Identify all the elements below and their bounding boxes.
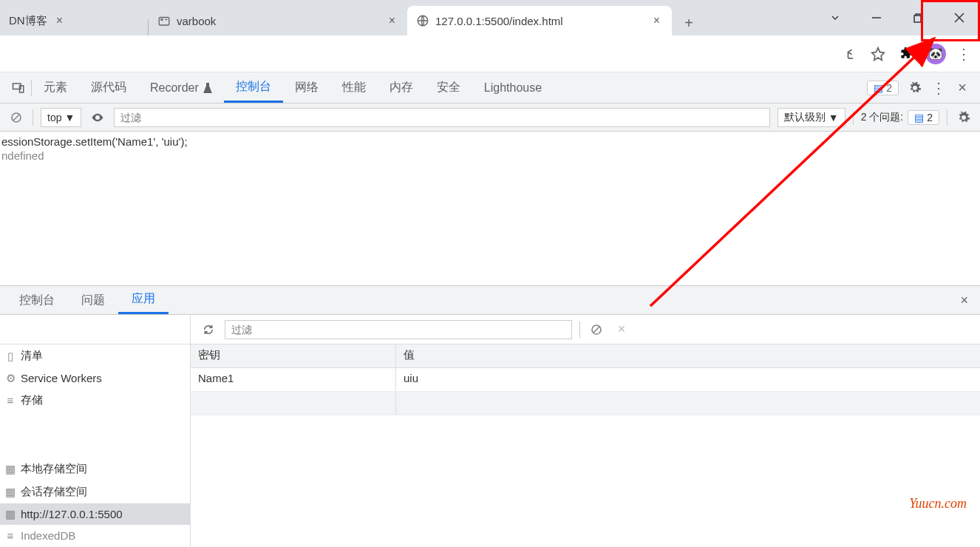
browser-tab[interactable]: DN博客 × <box>0 6 148 35</box>
tab-title: 127.0.0.1:5500/index.html <box>435 15 563 27</box>
sidebar-item-label: IndexedDB <box>21 529 75 542</box>
database-icon: ≡ <box>4 395 16 407</box>
console-line-undefined: ndefined <box>0 149 980 163</box>
console-output[interactable]: essionStorage.setItem('Name1', 'uiu'); n… <box>0 132 980 285</box>
profile-avatar[interactable]: 🐼 <box>925 44 946 64</box>
tab-title: DN博客 <box>9 14 47 28</box>
browser-tab-active[interactable]: 127.0.0.1:5500/index.html × <box>407 6 672 35</box>
divider <box>947 109 947 126</box>
kebab-menu-icon[interactable]: ⋮ <box>956 45 971 63</box>
extensions-icon[interactable] <box>897 45 915 63</box>
svg-point-1 <box>161 18 163 20</box>
eye-icon[interactable] <box>89 109 106 126</box>
issues-badge: ▤2 <box>908 110 939 125</box>
column-header-value[interactable]: 值 <box>396 344 980 367</box>
divider <box>579 322 580 338</box>
tab-close-icon[interactable]: × <box>53 14 66 27</box>
browser-toolbar: 🐼 ⋮ <box>0 35 980 72</box>
minimize-button[interactable] <box>856 3 897 33</box>
filter-input[interactable] <box>114 108 769 127</box>
sidebar-item-label: 本地存储空间 <box>21 462 87 476</box>
issues-indicator[interactable]: 2 个问题: ▤2 <box>853 110 939 125</box>
close-icon[interactable]: × <box>613 321 630 339</box>
devtools-tab-bar: 元素 源代码 Recorder 控制台 网络 性能 内存 安全 Lighthou… <box>0 72 980 103</box>
drawer-tab-application[interactable]: 应用 <box>118 286 169 314</box>
tab-title: varbook <box>177 15 216 27</box>
maximize-button[interactable] <box>897 3 939 33</box>
table-row-empty[interactable] <box>191 392 980 415</box>
sidebar-item-label: 清单 <box>21 349 43 363</box>
sidebar-item-label: http://127.0.0.1:5500 <box>21 508 123 520</box>
drawer-tab-issues[interactable]: 问题 <box>68 286 118 314</box>
kebab-menu-icon[interactable]: ⋮ <box>931 79 946 97</box>
devtools-right-controls: ▤2 ⋮ × <box>867 79 980 97</box>
tab-elements[interactable]: 元素 <box>32 72 79 103</box>
tab-sources[interactable]: 源代码 <box>79 72 138 103</box>
storage-filter-bar: × <box>191 315 980 344</box>
database-icon: ≡ <box>4 530 16 542</box>
close-icon[interactable]: × <box>953 79 971 97</box>
grid-icon: ▦ <box>4 509 16 520</box>
tab-recorder[interactable]: Recorder <box>138 72 224 103</box>
divider <box>33 109 33 126</box>
new-tab-button[interactable]: + <box>676 10 701 35</box>
tab-memory[interactable]: 内存 <box>378 72 425 103</box>
browser-tab[interactable]: varbook × <box>149 6 407 35</box>
sidebar-item-service-workers[interactable]: ⚙Service Workers <box>0 367 190 389</box>
sidebar-item-session-storage[interactable]: ▦会话存储空间 <box>0 480 190 503</box>
drawer-tab-console[interactable]: 控制台 <box>6 286 68 314</box>
no-entry-icon[interactable] <box>588 321 605 339</box>
application-panel: ▯清单 ⚙Service Workers ≡存储 ▦本地存储空间 ▦会话存储空间… <box>0 315 980 547</box>
globe-icon <box>416 14 429 27</box>
sidebar-item-label: 存储 <box>21 393 43 407</box>
application-sidebar: ▯清单 ⚙Service Workers ≡存储 ▦本地存储空间 ▦会话存储空间… <box>0 315 191 547</box>
sidebar-item-local-storage[interactable]: ▦本地存储空间 <box>0 458 190 480</box>
share-icon[interactable] <box>841 45 859 63</box>
log-level-selector[interactable]: 默认级别 ▼ <box>777 108 845 127</box>
tab-performance[interactable]: 性能 <box>330 72 378 103</box>
gear-icon: ⚙ <box>4 373 16 384</box>
sidebar-item-indexeddb[interactable]: ≡IndexedDB <box>0 525 190 546</box>
refresh-icon[interactable] <box>200 321 217 339</box>
context-selector[interactable]: top ▼ <box>41 108 81 127</box>
tab-close-icon[interactable]: × <box>386 14 398 27</box>
gear-icon[interactable] <box>955 109 973 126</box>
no-entry-icon[interactable] <box>7 109 25 126</box>
tab-console[interactable]: 控制台 <box>224 72 283 103</box>
gear-icon[interactable] <box>906 79 924 97</box>
window-controls <box>814 0 980 35</box>
sidebar-spacer <box>0 315 190 344</box>
cell-value <box>396 392 980 415</box>
window-close-button[interactable] <box>939 3 980 33</box>
tab-close-icon[interactable]: × <box>650 14 663 27</box>
sidebar-item-manifest[interactable]: ▯清单 <box>0 344 190 367</box>
grid-icon: ▦ <box>4 463 16 475</box>
messages-badge[interactable]: ▤2 <box>867 81 899 95</box>
drawer-close-icon[interactable]: × <box>960 293 974 308</box>
storage-table: 密钥 值 Name1 uiu <box>191 344 980 547</box>
context-label: top <box>47 112 61 123</box>
console-line: essionStorage.setItem('Name1', 'uiu'); <box>0 135 980 149</box>
star-icon[interactable] <box>869 45 887 63</box>
level-label: 默认级别 <box>784 111 826 124</box>
chevron-down-icon[interactable] <box>814 3 856 33</box>
issues-label: 2 个问题: <box>861 111 904 124</box>
sidebar-item-storage-origin[interactable]: ▦http://127.0.0.1:5500 <box>0 503 190 525</box>
devices-icon[interactable] <box>6 72 31 103</box>
tab-security[interactable]: 安全 <box>425 72 472 103</box>
storage-filter-input[interactable] <box>225 320 572 339</box>
svg-rect-4 <box>914 16 921 22</box>
favicon-icon <box>157 14 171 27</box>
file-icon: ▯ <box>4 350 16 362</box>
tab-lighthouse[interactable]: Lighthouse <box>472 72 554 103</box>
table-row[interactable]: Name1 uiu <box>191 368 980 392</box>
table-header: 密钥 值 <box>191 344 980 368</box>
tab-network[interactable]: 网络 <box>283 72 330 103</box>
tab-label: Recorder <box>150 81 199 95</box>
cell-value: uiu <box>396 368 980 391</box>
cell-key <box>191 392 396 415</box>
cell-key: Name1 <box>191 368 396 391</box>
svg-line-12 <box>593 327 599 333</box>
sidebar-item-storage[interactable]: ≡存储 <box>0 389 190 412</box>
column-header-key[interactable]: 密钥 <box>191 344 396 367</box>
